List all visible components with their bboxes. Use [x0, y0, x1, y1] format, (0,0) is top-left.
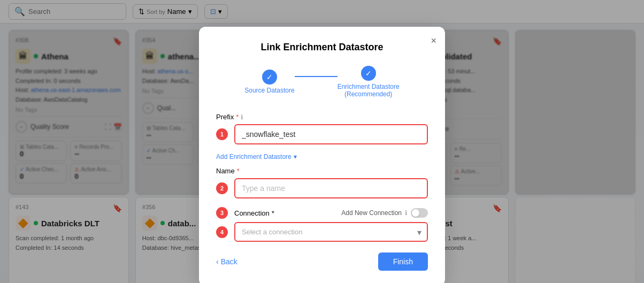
required-indicator: *: [237, 167, 240, 175]
stepper: ✓ Source Datastore ✓ Enrichment Datastor…: [216, 66, 428, 98]
step-1: ✓ Source Datastore: [244, 70, 294, 94]
add-enrichment-toggle[interactable]: Add Enrichment Datastore ▾: [216, 153, 428, 160]
prefix-input[interactable]: [234, 124, 428, 144]
modal-title: Link Enrichment Datastore: [216, 42, 428, 53]
add-enrichment-label: Add Enrichment Datastore: [216, 153, 292, 160]
name-label: Name *: [216, 167, 428, 175]
info-icon[interactable]: ℹ: [241, 113, 243, 121]
connection-select[interactable]: Select a connection: [234, 222, 428, 242]
add-new-connection-row: Add New Connection ℹ: [341, 208, 428, 218]
step-badge-4: 4: [216, 226, 228, 238]
back-label: Back: [221, 257, 237, 266]
connection-label: Connection *: [234, 209, 274, 217]
required-indicator: *: [272, 209, 274, 217]
step-1-label: Source Datastore: [244, 87, 294, 94]
link-enrichment-modal: × Link Enrichment Datastore ✓ Source Dat…: [199, 27, 445, 283]
chevron-left-icon: ‹: [216, 257, 219, 266]
back-button[interactable]: ‹ Back: [216, 257, 237, 266]
step-1-circle: ✓: [262, 70, 277, 85]
toggle-knob: [412, 209, 419, 217]
connection-form-group: 3 Connection * Add New Connection ℹ 4: [216, 207, 428, 242]
add-new-connection-label: Add New Connection: [341, 209, 402, 217]
step-2-circle: ✓: [361, 66, 376, 81]
connection-row: 3 Connection * Add New Connection ℹ: [216, 207, 428, 219]
name-form-group: Name * 2: [216, 167, 428, 198]
finish-button[interactable]: Finish: [378, 253, 428, 271]
modal-close-button[interactable]: ×: [431, 35, 436, 47]
info-icon[interactable]: ℹ: [405, 209, 408, 217]
step-line: [295, 76, 338, 77]
step-badge-3: 3: [216, 207, 228, 219]
required-indicator: *: [236, 113, 239, 121]
modal-footer: ‹ Back Finish: [216, 253, 428, 271]
step-2-label: Enrichment Datastore (Recommended): [338, 83, 400, 98]
prefix-label: Prefix * ℹ: [216, 113, 428, 121]
name-input[interactable]: [234, 178, 428, 198]
modal-overlay: × Link Enrichment Datastore ✓ Source Dat…: [0, 0, 644, 283]
prefix-form-group: Prefix * ℹ 1: [216, 113, 428, 144]
step-2: ✓ Enrichment Datastore (Recommended): [338, 66, 400, 98]
step-badge-2: 2: [216, 182, 228, 194]
add-connection-toggle[interactable]: [411, 208, 428, 218]
chevron-down-icon: ▾: [294, 153, 297, 160]
step-badge-1: 1: [216, 128, 228, 140]
